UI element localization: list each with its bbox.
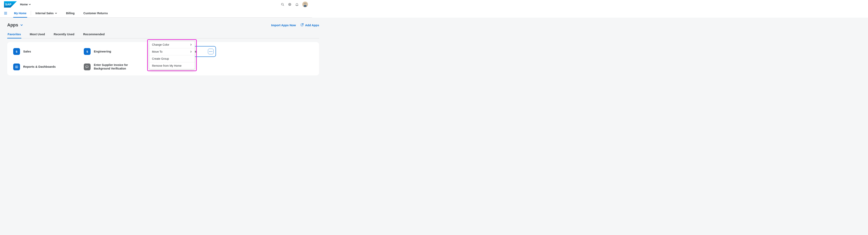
tile-reports-dashboards[interactable]: Reports & Dashboards xyxy=(12,62,74,72)
nav-item-internal-sales[interactable]: Internal Sales xyxy=(31,9,62,18)
copilot-icon[interactable] xyxy=(288,3,291,6)
import-apps-label: Import Apps Now xyxy=(271,23,296,27)
chevron-down-icon xyxy=(29,3,31,6)
svg-point-5 xyxy=(289,4,290,5)
nav-item-billing[interactable]: Billing xyxy=(62,9,79,18)
tab-recently-used[interactable]: Recently Used xyxy=(53,30,75,38)
shellbar: SAP Home xyxy=(0,0,312,9)
tile-label: Enter Supplier Invoice for Background Ve… xyxy=(94,63,134,70)
tile-label: Reports & Dashboards xyxy=(23,65,56,69)
nav-item-my-home[interactable]: My Home xyxy=(9,9,31,18)
section-title: Apps xyxy=(7,22,18,28)
chevron-down-icon xyxy=(55,12,57,15)
add-icon xyxy=(300,23,304,27)
svg-text:SAP: SAP xyxy=(5,3,11,6)
section-collapse-toggle[interactable] xyxy=(20,24,23,26)
avatar[interactable] xyxy=(302,2,308,7)
page: Apps Import Apps Now Add Apps Favorites … xyxy=(0,18,868,235)
nav-item-label: Billing xyxy=(66,11,74,15)
menu-item-label: Create Group xyxy=(152,57,169,60)
folder-count-icon: 5 xyxy=(84,48,91,55)
tile-engineering[interactable]: 5 Engineering xyxy=(83,46,145,57)
tab-label: Favorites xyxy=(8,32,21,36)
more-icon xyxy=(209,51,212,52)
import-apps-button[interactable]: Import Apps Now xyxy=(271,23,296,27)
tab-label: Most Used xyxy=(30,32,45,36)
add-apps-label: Add Apps xyxy=(305,23,319,27)
menu-item-move-to[interactable]: Move To xyxy=(149,48,195,55)
nav-bar: My Home Internal Sales Billing Customer … xyxy=(0,9,312,18)
space-selector[interactable]: Home xyxy=(19,3,33,6)
svg-rect-8 xyxy=(304,5,307,7)
svg-point-22 xyxy=(16,66,17,67)
menu-item-change-color[interactable]: Change Color xyxy=(149,41,195,48)
menu-item-create-group[interactable]: Create Group xyxy=(149,55,195,62)
tab-recommended[interactable]: Recommended xyxy=(83,30,105,38)
tile-sales[interactable]: 5 Sales xyxy=(12,46,74,57)
menu-item-label: Change Color xyxy=(152,43,169,46)
apps-tabs: Favorites Most Used Recently Used Recomm… xyxy=(7,30,319,38)
chevron-right-icon xyxy=(190,44,192,46)
nav-item-label: My Home xyxy=(14,11,26,15)
svg-point-4 xyxy=(288,3,291,6)
svg-point-18 xyxy=(209,51,210,52)
menu-item-label: Remove from My Home xyxy=(152,64,182,67)
chevron-right-icon xyxy=(190,51,192,53)
menu-toggle[interactable] xyxy=(2,9,9,18)
menu-item-label: Move To xyxy=(152,50,162,53)
tile-context-menu: Change Color Move To Create Group Remove… xyxy=(149,41,195,69)
tab-label: Recommended xyxy=(83,32,105,36)
sap-logo[interactable]: SAP xyxy=(0,1,17,8)
tab-favorites[interactable]: Favorites xyxy=(7,30,21,38)
person-card-icon xyxy=(13,63,20,70)
apps-card: 5 Sales 5 Engineering Commercial Project… xyxy=(7,42,319,76)
nav-item-label: Customer Returns xyxy=(83,11,108,15)
tab-most-used[interactable]: Most Used xyxy=(29,30,45,38)
svg-line-3 xyxy=(283,5,284,6)
tile-more-button[interactable] xyxy=(208,49,214,54)
notification-icon[interactable] xyxy=(295,3,299,6)
add-apps-button[interactable]: Add Apps xyxy=(300,23,319,27)
tile-label: Engineering xyxy=(94,50,111,53)
menu-item-remove-from-home[interactable]: Remove from My Home xyxy=(149,62,195,69)
space-title-label: Home xyxy=(20,3,28,6)
nav-item-customer-returns[interactable]: Customer Returns xyxy=(79,9,112,18)
folder-count-icon: 5 xyxy=(13,48,20,55)
search-icon[interactable] xyxy=(281,3,284,6)
tile-supplier-invoice[interactable]: Enter Supplier Invoice for Background Ve… xyxy=(83,62,145,72)
section-header: Apps Import Apps Now Add Apps xyxy=(7,22,319,28)
nav-item-label: Internal Sales xyxy=(35,11,54,15)
svg-point-20 xyxy=(212,51,212,52)
tile-label: Sales xyxy=(23,50,31,53)
svg-point-2 xyxy=(281,3,283,5)
svg-point-7 xyxy=(304,3,306,5)
svg-point-19 xyxy=(210,51,211,52)
annotation-highlight: Change Color Move To Create Group Remove… xyxy=(147,39,197,71)
chat-icon xyxy=(84,63,91,70)
tab-label: Recently Used xyxy=(54,32,74,36)
